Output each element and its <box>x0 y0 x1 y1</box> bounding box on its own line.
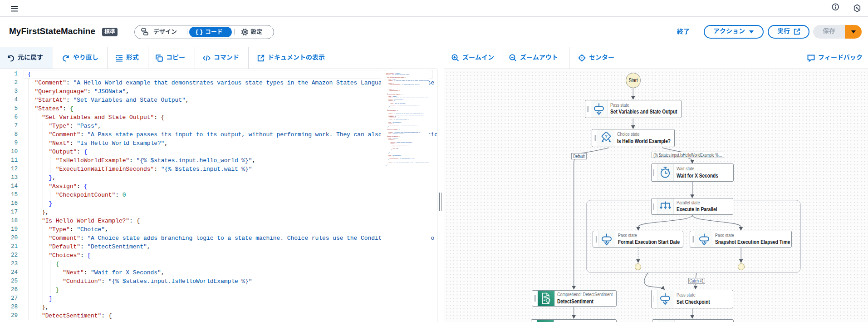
svg-text:?: ? <box>605 134 608 139</box>
